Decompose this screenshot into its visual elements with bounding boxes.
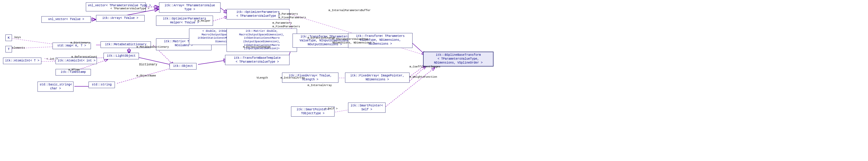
- label-mdictionary: m_Dictionary: [70, 41, 90, 44]
- label-mparam-fixed1: m_Parametersm_FixedParameters: [278, 12, 306, 20]
- label-minternalarray2: m_InternalArray: [308, 84, 332, 87]
- node-vnl-vector-tvalue: vnl_vector< TValue >: [41, 16, 91, 23]
- node-itk-array-tparam: itk::Array< TParametersValueType >: [159, 2, 220, 12]
- node-itk-transformbase: itk::TransformBaseTemplate< TParametersV…: [225, 55, 289, 65]
- node-itk-atomicint-t: itk::AtomicInt< T >: [3, 58, 41, 64]
- label-mcoefficientimages: m_CoefficientImages: [409, 65, 440, 68]
- node-itk-object: itk::Object: [169, 63, 196, 70]
- label-minternalarray1: m_InternalArray_: [281, 76, 306, 79]
- node-itk-smartptr-self: itk::SmartPointer<Self >: [348, 102, 385, 113]
- node-t: T: [5, 46, 12, 53]
- node-itk-bsplinebase: itk::BSplineBaseTransform< TParametersVa…: [423, 52, 494, 67]
- label-mdirectionchange1: m_DirectionChange: [308, 37, 335, 39]
- label-dictionary: Dictionary: [139, 63, 157, 66]
- svg-line-26: [213, 17, 228, 21]
- node-k: K: [5, 34, 12, 41]
- class-diagram: vnl_vector< TParametersValue Type > vnl_…: [0, 0, 868, 161]
- label-mintparamsbuf: m_InternalParametersBuffer: [329, 9, 371, 12]
- label-mtime: m_MTime: [68, 68, 80, 71]
- svg-line-30: [198, 60, 228, 64]
- label-mweightsfunc: m_WeightsFunction: [409, 75, 437, 78]
- node-itk-atomicint-int: itk::AtomicInt< int >: [56, 58, 97, 64]
- label-mreferencecount: m_ReferenceCount: [71, 56, 97, 59]
- label-elements: elements: [12, 46, 25, 50]
- label-tparamvaluetype: < TParametersValueType >: [111, 7, 149, 10]
- label-vlength: VLength: [256, 76, 268, 79]
- label-mmetadatadict: m_MetaDataDictionary: [136, 45, 169, 49]
- node-itk-lightobj: itk::LightObject: [103, 53, 139, 59]
- node-std-basic-string: std::basic_string<char >: [37, 82, 73, 92]
- svg-line-39: [408, 66, 426, 83]
- node-itk-fixedarray-imgptr: itk::FixedArray< ImagePointer,NDimension…: [345, 72, 409, 83]
- label-int: < int >: [46, 58, 58, 61]
- label-mhelper: < m_Helper: [194, 20, 211, 23]
- label-mparam-fixed2: m_Parametersm_FixedParameters: [273, 22, 300, 29]
- node-std-string: std::string: [89, 82, 115, 88]
- label-mdirectionchange2: m_DirectionChange: [243, 45, 271, 49]
- node-itk-array-tvalue: itk::Array< TValue >: [96, 15, 145, 22]
- label-keys: keys: [14, 36, 21, 39]
- arrows-svg: [0, 0, 868, 161]
- label-tparamvaluetype2: < TParametersValueType,NDimensions, NDim…: [333, 38, 374, 45]
- label-self: < Self >: [324, 107, 338, 110]
- label-mobjectname: m_ObjectName: [136, 74, 156, 77]
